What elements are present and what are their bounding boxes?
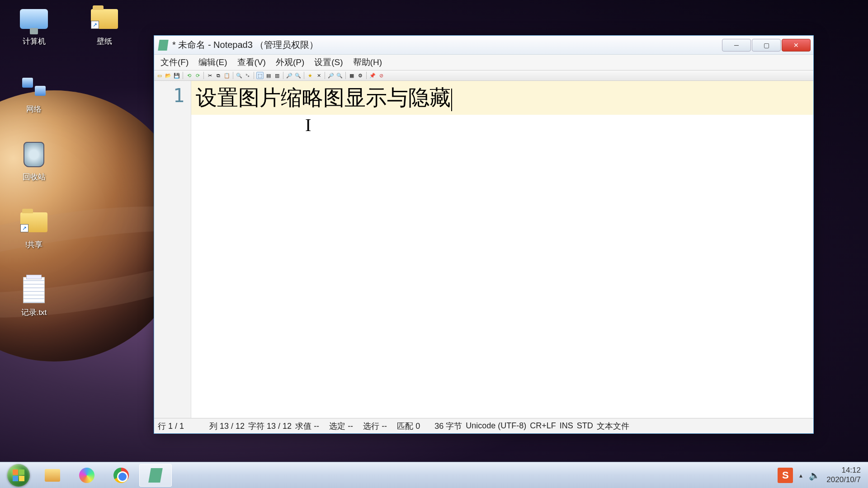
separator [325,72,325,79]
computer-icon [19,5,48,33]
recycle-bin-icon [19,140,48,169]
tb-zoom-out-icon[interactable]: 🔍 [294,72,302,79]
taskbar: S ▴ 🔈 14:12 2020/10/7 [0,462,868,488]
volume-icon[interactable]: 🔈 [809,470,820,481]
taskbar-item-chrome[interactable] [105,464,137,487]
menu-appearance[interactable]: 外观(P) [272,55,308,70]
separator [254,72,254,79]
text-file-icon [19,276,48,305]
tb-paste-icon[interactable]: 📋 [223,72,231,79]
text-area[interactable]: 设置图片缩略图显示与隐藏 I [191,81,813,418]
explorer-icon [45,469,60,482]
tb-save-icon[interactable]: 💾 [173,72,180,79]
text-caret [451,89,452,111]
taskbar-item-notepad3[interactable] [139,464,172,487]
icon-label: 网络 [26,104,42,114]
close-button[interactable]: ✕ [782,39,811,52]
tray-show-hidden-icon[interactable]: ▴ [799,472,802,479]
separator [283,72,283,79]
tb-cut-icon[interactable]: ✂ [206,72,213,79]
system-tray: S ▴ 🔈 14:12 2020/10/7 [778,466,866,484]
window-title: * 未命名 - Notepad3 （管理员权限） [172,39,318,51]
menu-help[interactable]: 帮助(H) [349,55,386,70]
desktop-icon-network[interactable]: 网络 [9,72,59,122]
status-encoding: Unicode (UTF-8) [466,421,526,431]
start-orb-icon [7,464,30,487]
tb-clear-icon[interactable]: ⨯ [315,72,322,79]
icon-label: !共享 [25,239,43,250]
separator [233,72,233,79]
tb-wordwrap-icon[interactable]: ⬚ [256,72,264,79]
clock-date: 2020/10/7 [826,475,861,484]
start-button[interactable] [2,463,35,488]
taskbar-item-explorer[interactable] [36,464,69,487]
notepad3-window: * 未命名 - Notepad3 （管理员权限） ─ ▢ ✕ 文件(F) 编辑(… [154,35,814,434]
tb-redo-icon[interactable]: ⟳ [194,72,201,79]
icon-label: 计算机 [23,36,46,47]
tb-new-icon[interactable]: ▭ [156,72,163,79]
line-number: 1 [154,84,184,107]
icon-label: 记录.txt [21,307,47,318]
tb-bookmark-icon[interactable]: ★ [307,72,314,79]
folder-icon: ↗ [90,5,119,33]
clock[interactable]: 14:12 2020/10/7 [826,466,861,484]
desktop-icon-share[interactable]: ↗ !共享 [9,208,59,258]
desktop-icons: 计算机 ↗ 壁纸 网络 回收站 ↗ !共享 记录.txt [9,5,59,343]
icon-label: 回收站 [23,172,46,182]
status-eol: CR+LF [530,421,556,431]
status-type: 文本文件 [597,421,629,432]
browser-icon [79,468,94,483]
editor-content: 设置图片缩略图显示与隐藏 [196,86,451,109]
tb-find-icon[interactable]: 🔍 [236,72,243,79]
tb-indent-icon[interactable]: ▤ [265,72,272,79]
status-col: 列 13 / 12 [209,421,245,432]
desktop-icon-wallpaper[interactable]: ↗ 壁纸 [80,5,129,54]
tb-zoomfit-icon[interactable]: 🔍 [336,72,343,79]
status-std: STD [577,421,593,431]
tb-replace-icon[interactable]: ᵇₐ [244,72,251,79]
tb-zoom-in-icon[interactable]: 🔎 [286,72,293,79]
separator [345,72,346,79]
desktop-icon-notes[interactable]: 记录.txt [9,276,59,325]
clock-time: 14:12 [826,466,861,475]
chrome-icon [113,468,129,483]
tb-settings-icon[interactable]: ⚙ [357,72,364,79]
tb-outdent-icon[interactable]: ▥ [274,72,281,79]
icon-label: 壁纸 [97,36,112,47]
shortcut-badge-icon: ↗ [20,224,28,232]
desktop-icon-computer[interactable]: 计算机 [9,5,59,54]
ime-indicator[interactable]: S [778,468,793,483]
status-eval: 求值 -- [295,421,319,432]
menu-settings[interactable]: 设置(S) [311,55,346,70]
tb-undo-icon[interactable]: ⟲ [185,72,193,79]
menu-edit[interactable]: 编辑(E) [195,55,231,70]
status-bytes: 36 字节 [434,421,462,432]
tb-copy-icon[interactable]: ⧉ [215,72,222,79]
menu-view[interactable]: 查看(V) [234,55,269,70]
menu-file[interactable]: 文件(F) [157,55,192,70]
status-char: 字符 13 / 12 [248,421,292,432]
taskbar-item-browser[interactable] [71,464,103,487]
tb-scheme-icon[interactable]: ▦ [348,72,355,79]
menubar: 文件(F) 编辑(E) 查看(V) 外观(P) 设置(S) 帮助(H) [154,55,813,70]
tb-open-icon[interactable]: 📂 [165,72,172,79]
maximize-button[interactable]: ▢ [752,39,781,52]
tb-pin-icon[interactable]: 📌 [369,72,376,79]
tb-exit-icon[interactable]: ⊘ [377,72,385,79]
statusbar: 行 1 / 1 列 13 / 12 字符 13 / 12 求值 -- 选定 --… [154,418,813,433]
folder-icon: ↗ [19,208,48,237]
titlebar[interactable]: * 未命名 - Notepad3 （管理员权限） ─ ▢ ✕ [154,36,813,55]
toolbar: ▭ 📂 💾 ⟲ ⟳ ✂ ⧉ 📋 🔍 ᵇₐ ⬚ ▤ ▥ 🔎 🔍 ★ ⨯ 🔎 [154,70,813,81]
notepad-icon [148,468,163,483]
desktop-icon-recycle[interactable]: 回收站 [9,140,59,190]
status-ins: INS [560,421,573,431]
status-match: 匹配 0 [397,421,420,432]
shortcut-badge-icon: ↗ [91,21,99,29]
desktop[interactable]: 计算机 ↗ 壁纸 网络 回收站 ↗ !共享 记录.txt * 未命名 - Not… [0,0,868,488]
minimize-button[interactable]: ─ [722,39,751,52]
app-icon [158,40,168,51]
window-controls: ─ ▢ ✕ [722,39,811,52]
tb-zoomreset-icon[interactable]: 🔎 [327,72,335,79]
editor-area: 1 设置图片缩略图显示与隐藏 I [154,81,813,418]
status-sel: 选定 -- [329,421,353,432]
